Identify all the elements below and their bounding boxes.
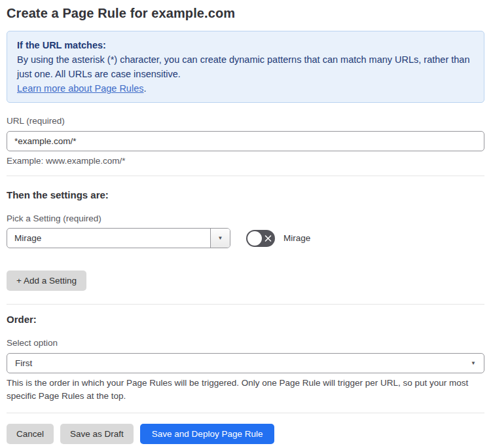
url-match-info-box: If the URL matches: By using the asteris… [7, 31, 484, 103]
save-and-deploy-button[interactable]: Save and Deploy Page Rule [140, 424, 275, 444]
footer-actions: Cancel Save as Draft Save and Deploy Pag… [7, 424, 484, 444]
order-select[interactable]: First ▼ [7, 353, 484, 373]
order-select-value: First [15, 358, 32, 368]
order-section-heading: Order: [7, 314, 484, 325]
url-input[interactable] [7, 131, 484, 151]
mirage-toggle[interactable] [246, 230, 275, 247]
add-setting-button[interactable]: + Add a Setting [7, 271, 86, 291]
info-box-body: By using the asterisk (*) character, you… [17, 52, 474, 81]
order-select-label: Select option [7, 338, 484, 348]
save-as-draft-button[interactable]: Save as Draft [60, 424, 134, 444]
setting-select-value: Mirage [7, 229, 210, 248]
learn-more-link[interactable]: Learn more about Page Rules [17, 83, 143, 94]
page-rule-form: Create a Page Rule for example.com If th… [0, 0, 491, 444]
divider [7, 304, 484, 305]
setting-row: Mirage ▼ Mirage [7, 228, 484, 248]
link-suffix: . [143, 83, 146, 94]
order-help-text: This is the order in which your Page Rul… [7, 377, 484, 403]
cancel-button[interactable]: Cancel [7, 424, 54, 444]
setting-select[interactable]: Mirage ▼ [7, 228, 230, 248]
chevron-down-icon: ▼ [471, 360, 476, 366]
info-box-heading: If the URL matches: [17, 38, 474, 52]
url-example-text: Example: www.example.com/* [7, 156, 484, 166]
divider [7, 176, 484, 176]
info-box-link-line: Learn more about Page Rules. [17, 81, 474, 96]
chevron-down-icon: ▼ [218, 235, 223, 241]
url-field-label: URL (required) [7, 116, 484, 126]
settings-section-heading: Then the settings are: [7, 189, 484, 200]
setting-select-arrow-button[interactable]: ▼ [210, 229, 230, 248]
divider [7, 413, 484, 413]
pick-setting-label: Pick a Setting (required) [7, 214, 484, 223]
toggle-label: Mirage [283, 233, 310, 243]
page-title: Create a Page Rule for example.com [7, 0, 484, 21]
x-icon [264, 234, 272, 242]
toggle-knob [247, 231, 262, 246]
